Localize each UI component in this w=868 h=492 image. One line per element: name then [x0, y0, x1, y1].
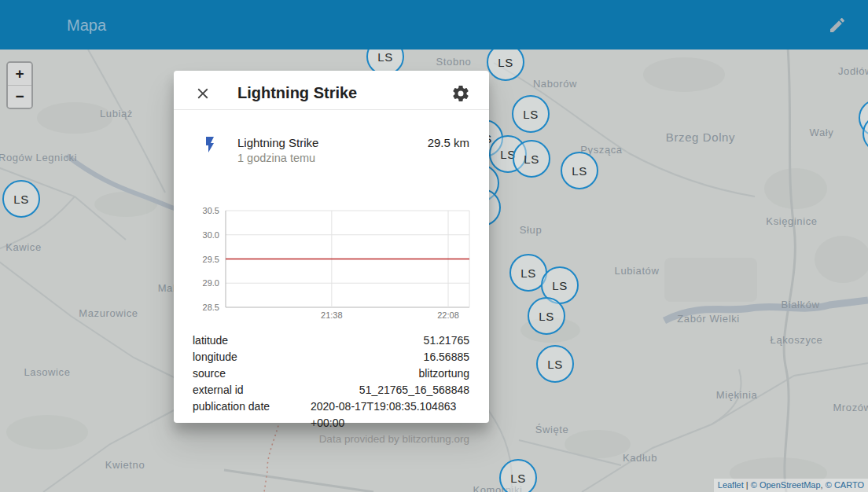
- dialog-header: Lightning Strike: [174, 71, 489, 110]
- attribute-label: latitude: [193, 332, 228, 349]
- attribute-value: 51.21765: [424, 332, 469, 349]
- attribute-label: longitude: [193, 349, 237, 365]
- osm-link[interactable]: © OpenStreetMap: [751, 480, 821, 490]
- leaflet-link[interactable]: Leaflet: [718, 480, 744, 490]
- attribute-table: latitude51.21765longitude16.56885sourceb…: [193, 332, 469, 431]
- gear-icon: [451, 84, 470, 103]
- map-marker-ls[interactable]: LS: [528, 297, 565, 335]
- page-title: Mapa: [67, 17, 106, 35]
- svg-text:21:38: 21:38: [321, 310, 343, 320]
- map-place-label: Mrozów: [833, 402, 868, 413]
- attribute-row: latitude51.21765: [193, 332, 469, 349]
- map-zoom-control: + −: [6, 61, 33, 109]
- map-place-label: Jodłów: [838, 65, 868, 77]
- attribution-separator: |: [744, 480, 751, 490]
- settings-button[interactable]: [451, 84, 470, 103]
- entity-dialog: Lightning Strike Lightning Strike 1 godz…: [174, 71, 489, 423]
- entity-distance-value: 29.5 km: [428, 136, 469, 149]
- svg-text:30.0: 30.0: [203, 230, 219, 240]
- map-marker-ls[interactable]: LS: [513, 140, 550, 178]
- svg-text:28.5: 28.5: [203, 303, 219, 312]
- map-place-label: Mal: [158, 282, 176, 294]
- attribute-value: 16.56885: [424, 349, 469, 365]
- entity-name: Lightning Strike: [237, 136, 318, 149]
- map-place-label: Naborów: [533, 78, 577, 90]
- close-button[interactable]: [194, 85, 211, 102]
- map-place-label: Kadłub: [623, 452, 657, 464]
- map-place-label: Zabór Wielki: [677, 313, 739, 325]
- close-icon: [194, 85, 211, 102]
- svg-text:22:08: 22:08: [437, 310, 459, 320]
- map-place-label: Lubiatów: [615, 265, 660, 277]
- map-place-label: Kawice: [6, 241, 42, 253]
- map-attribution: Leaflet | © OpenStreetMap, © CARTO: [714, 479, 868, 492]
- attribute-value: blitzortung: [418, 365, 469, 382]
- carto-link[interactable]: © CARTO: [826, 480, 864, 490]
- map-place-label: Stobno: [436, 56, 472, 68]
- map-place-label: Brzeg Dolny: [666, 130, 735, 144]
- map-place-label: Miękinia: [716, 389, 757, 401]
- app-header: Mapa: [0, 0, 868, 50]
- map-place-label: Lubiąż: [100, 108, 133, 119]
- map-place-label: Słup: [520, 224, 542, 236]
- map-marker-ls[interactable]: LS: [512, 95, 550, 133]
- entity-time-ago: 1 godzina temu: [237, 152, 315, 164]
- map-place-label: Białków: [782, 299, 820, 310]
- map-place-label: Księginice: [766, 215, 817, 227]
- map-marker-ls[interactable]: LS: [499, 459, 537, 492]
- history-chart: 30.530.029.529.028.521:3822:08: [174, 203, 489, 325]
- attribute-value: 51_21765_16_568848: [359, 382, 469, 398]
- dialog-body: Lightning Strike 1 godzina temu 29.5 km …: [174, 110, 489, 423]
- map-place-label: Lasowice: [24, 366, 71, 378]
- map-place-label: Rogów Legnicki: [0, 152, 77, 163]
- attribute-value: 2020-08-17T19:08:35.104863 +00:00: [311, 398, 469, 431]
- attribute-row: external id51_21765_16_568848: [193, 382, 469, 398]
- map-marker-ls[interactable]: LS: [561, 152, 598, 189]
- map-marker-ls[interactable]: LS: [2, 180, 40, 218]
- map-place-label: Kwietno: [105, 459, 145, 471]
- map-marker-ls[interactable]: LS: [536, 345, 574, 383]
- attribute-row: publication date2020-08-17T19:08:35.1048…: [193, 398, 469, 431]
- pencil-icon: [828, 16, 847, 35]
- attribute-row: longitude16.56885: [193, 349, 469, 365]
- zoom-in-button[interactable]: +: [8, 63, 31, 86]
- attribute-label: external id: [193, 382, 244, 398]
- dialog-title: Lightning Strike: [237, 84, 357, 102]
- svg-text:29.5: 29.5: [203, 255, 219, 264]
- data-provider-note: Data provided by blitzortung.org: [319, 433, 469, 445]
- map-place-label: Łąkoszyce: [771, 334, 823, 346]
- attribute-label: publication date: [193, 398, 270, 431]
- edit-dashboard-button[interactable]: [828, 16, 847, 35]
- svg-text:30.5: 30.5: [203, 206, 219, 215]
- svg-text:29.0: 29.0: [203, 278, 219, 288]
- attribute-row: sourceblitzortung: [193, 365, 469, 382]
- lightning-bolt-icon: [200, 135, 219, 154]
- attribute-label: source: [193, 365, 226, 382]
- map-place-label: Święte: [535, 424, 569, 435]
- zoom-out-button[interactable]: −: [8, 86, 31, 108]
- map-place-label: Mazurowice: [79, 307, 138, 319]
- map-place-label: Wały: [810, 127, 834, 138]
